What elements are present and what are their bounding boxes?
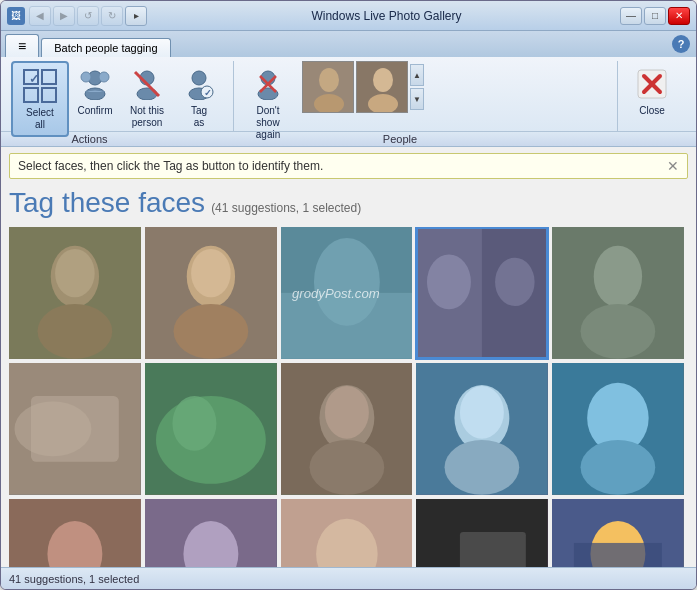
svg-point-32: [55, 249, 95, 297]
svg-rect-3: [42, 88, 56, 102]
svg-rect-75: [460, 532, 526, 567]
svg-text:grodyPost.com: grodyPost.com: [292, 286, 380, 301]
close-window-button[interactable]: ✕: [668, 7, 690, 25]
title-bar: 🖼 ◀ ▶ ↺ ↻ ▸ Windows Live Photo Gallery —…: [1, 1, 696, 31]
close-label: Close: [639, 105, 665, 117]
dont-show-svg: [252, 68, 284, 100]
action-button[interactable]: ▸: [125, 6, 147, 26]
svg-point-31: [38, 304, 113, 359]
svg-point-64: [581, 440, 656, 495]
photo-cell-14[interactable]: [416, 499, 548, 567]
redo-button[interactable]: ↻: [101, 6, 123, 26]
photo-cell-6[interactable]: [9, 363, 141, 495]
photo-cell-12[interactable]: [145, 499, 277, 567]
not-this-person-button[interactable]: Not thisperson: [121, 61, 173, 133]
svg-point-6: [81, 72, 91, 82]
close-icon: [633, 65, 671, 103]
svg-point-53: [172, 396, 216, 451]
toolbar: ✓ Selectall: [1, 57, 696, 131]
page-title: Tag these faces: [9, 187, 205, 219]
svg-point-57: [325, 386, 369, 439]
svg-rect-78: [574, 543, 662, 567]
close-group-label: [628, 133, 690, 145]
photo-cell-4[interactable]: [416, 227, 548, 359]
window-title: Windows Live Photo Gallery: [153, 9, 620, 23]
tag-as-button[interactable]: ✓ Tagas: [173, 61, 225, 133]
forward-button[interactable]: ▶: [53, 6, 75, 26]
svg-point-47: [581, 304, 656, 359]
select-all-icon: ✓: [21, 67, 59, 105]
confirm-button[interactable]: Confirm: [69, 61, 121, 121]
photo-cell-10[interactable]: [552, 363, 684, 495]
info-close-button[interactable]: ✕: [667, 158, 679, 174]
info-message: Select faces, then click the Tag as butt…: [18, 159, 323, 173]
tab-strip: ≡ Batch people tagging ?: [1, 31, 696, 57]
photo-cell-8[interactable]: [281, 363, 413, 495]
person-thumb-2[interactable]: [356, 61, 408, 113]
photo-grid-container[interactable]: grodyPost.com: [9, 227, 688, 567]
people-scroll-down[interactable]: ▼: [410, 88, 424, 110]
select-all-svg: ✓: [22, 68, 58, 104]
dont-show-icon: [249, 65, 287, 103]
people-scroll-buttons: ▲ ▼: [410, 64, 424, 110]
people-group: Don't showagain: [238, 61, 618, 131]
photo-cell-1[interactable]: [9, 227, 141, 359]
page-subtitle: (41 suggestions, 1 selected): [211, 201, 361, 215]
people-scroll-up[interactable]: ▲: [410, 64, 424, 86]
maximize-button[interactable]: □: [644, 7, 666, 25]
svg-point-24: [373, 68, 393, 92]
app-icon: 🖼: [7, 7, 25, 25]
confirm-label: Confirm: [77, 105, 112, 117]
photo-cell-9[interactable]: [416, 363, 548, 495]
svg-point-12: [192, 71, 206, 85]
close-group: Close: [622, 61, 686, 131]
photo-cell-2[interactable]: [145, 227, 277, 359]
actions-label: Actions: [7, 133, 172, 145]
group-labels: Actions People: [1, 131, 696, 146]
window-controls: — □ ✕: [620, 7, 690, 25]
svg-point-35: [173, 304, 248, 359]
svg-rect-50: [31, 396, 119, 462]
tab-batch-tagging[interactable]: Batch people tagging: [41, 38, 170, 57]
title-row: Tag these faces (41 suggestions, 1 selec…: [9, 183, 688, 221]
photo-cell-3[interactable]: grodyPost.com: [281, 227, 413, 359]
main-content: Tag these faces (41 suggestions, 1 selec…: [1, 183, 696, 567]
svg-point-46: [594, 246, 642, 308]
confirm-icon: [76, 65, 114, 103]
select-all-button[interactable]: ✓ Selectall: [11, 61, 69, 137]
photo-grid: grodyPost.com: [9, 227, 688, 567]
undo-button[interactable]: ↺: [77, 6, 99, 26]
tag-as-label: Tagas: [191, 105, 207, 129]
tab-menu[interactable]: ≡: [5, 34, 39, 57]
confirm-svg: [79, 68, 111, 100]
select-all-label: Selectall: [26, 107, 54, 131]
svg-point-61: [460, 386, 504, 439]
svg-text:✓: ✓: [204, 88, 212, 98]
status-bar: 41 suggestions, 1 selected: [1, 567, 696, 589]
info-bar: Select faces, then click the Tag as butt…: [9, 153, 688, 179]
not-this-person-icon: [128, 65, 166, 103]
tag-as-svg: ✓: [183, 68, 215, 100]
minimize-button[interactable]: —: [620, 7, 642, 25]
photo-cell-11[interactable]: [9, 499, 141, 567]
actions-group: ✓ Selectall: [7, 61, 234, 131]
svg-rect-2: [24, 88, 38, 102]
photo-cell-7[interactable]: [145, 363, 277, 495]
svg-point-7: [99, 72, 109, 82]
person-thumb-1[interactable]: [302, 61, 354, 113]
close-button[interactable]: Close: [626, 61, 678, 121]
app-window: 🖼 ◀ ▶ ↺ ↻ ▸ Windows Live Photo Gallery —…: [0, 0, 697, 590]
not-this-person-label: Not thisperson: [130, 105, 164, 129]
svg-point-43: [427, 254, 471, 309]
not-person-svg: [131, 68, 163, 100]
help-button[interactable]: ?: [672, 35, 690, 53]
ribbon: ≡ Batch people tagging ?: [1, 31, 696, 147]
svg-point-44: [495, 258, 535, 306]
people-label: People: [172, 133, 628, 145]
photo-cell-13[interactable]: [281, 499, 413, 567]
close-svg: [634, 66, 670, 102]
back-button[interactable]: ◀: [29, 6, 51, 26]
photo-cell-15[interactable]: [552, 499, 684, 567]
photo-cell-5[interactable]: [552, 227, 684, 359]
svg-point-36: [191, 249, 231, 297]
